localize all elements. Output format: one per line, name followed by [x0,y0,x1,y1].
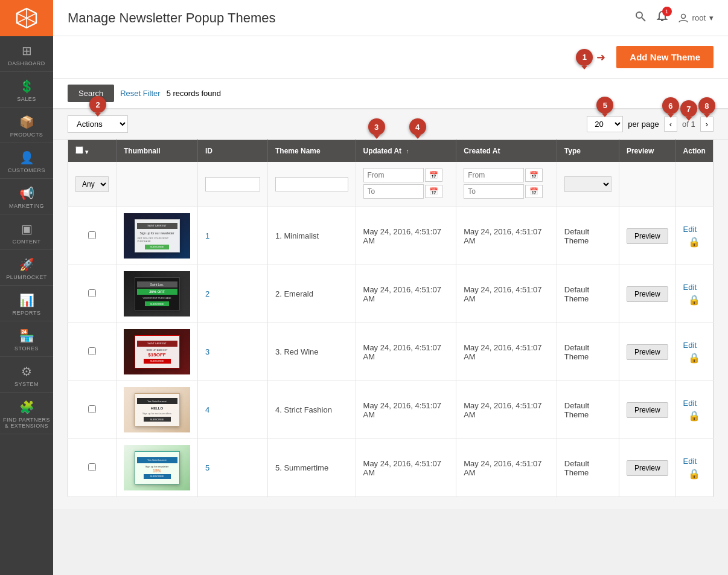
row2-type-cell: Default Theme [557,265,619,323]
filter-created-from-input[interactable] [464,168,524,182]
svg-point-0 [636,12,642,18]
filter-created-to-calendar[interactable]: 📅 [525,185,543,198]
row3-checkbox[interactable] [88,347,96,355]
row3-created-at-cell: May 24, 2016, 4:51:07 AM [456,323,557,381]
row2-preview-button[interactable]: Preview [627,286,668,302]
products-icon: 📦 [19,115,34,129]
row4-thumbnail-cell: Yes Saint Laurent HELLO Sign up for excl… [117,381,198,439]
row1-edit-link[interactable]: Edit [683,225,706,234]
row5-preview-button[interactable]: Preview [627,460,668,476]
row2-checkbox[interactable] [88,289,96,297]
select-all-checkbox[interactable] [75,146,83,154]
filter-id-cell [198,162,268,207]
svg-point-3 [681,14,685,18]
row3-preview-button[interactable]: Preview [627,344,668,360]
sidebar-item-reports[interactable]: 📊 REPORTS [0,286,53,321]
row2-preview-cell: Preview [619,265,675,323]
table-row: Yes Saint Laurent HELLO Sign up for excl… [68,381,714,439]
records-count: 5 records found [167,89,221,98]
plumrocket-icon: 🚀 [19,257,34,272]
sidebar-item-stores[interactable]: 🏪 STORES [0,321,53,357]
prev-page-button[interactable]: ‹ [664,117,677,132]
sidebar-item-system[interactable]: ⚙ SYSTEM [0,357,53,393]
filter-id-input[interactable] [205,177,260,191]
reset-filter-link[interactable]: Reset Filter [120,89,160,98]
row1-theme-name-cell: 1. Minimalist [268,207,356,265]
row4-lock-icon: 🔒 [683,410,706,422]
filter-action-cell [675,162,713,207]
row1-checkbox[interactable] [88,231,96,239]
row3-theme-name: 3. Red Wine [275,347,319,356]
row1-updated-at: May 24, 2016, 4:51:07 AM [363,227,441,245]
row1-id-link[interactable]: 1 [205,231,209,240]
step4-badge: 4 [409,118,426,135]
header-id-label: ID [205,147,212,155]
row1-checkbox-cell [68,207,117,265]
row4-checkbox[interactable] [88,405,96,413]
filter-updated-to-calendar[interactable]: 📅 [425,185,442,198]
notifications-icon[interactable]: 1 [656,10,668,25]
row4-type: Default Theme [564,401,589,419]
row5-updated-at: May 24, 2016, 4:51:07 AM [363,459,441,477]
row2-checkbox-cell [68,265,117,323]
sidebar-item-content[interactable]: ▣ CONTENT [0,214,53,250]
per-page-wrap: 5 20 50 100 per page 6 ‹ 7 of 1 [587,116,714,132]
per-page-select[interactable]: 20 50 100 [587,116,623,132]
row4-edit-link[interactable]: Edit [683,399,706,408]
filter-checkbox-cell: Any [68,162,117,207]
filter-updated-from-input[interactable] [363,168,424,182]
filter-any-select[interactable]: Any [75,176,109,192]
sidebar-item-label: FIND PARTNERS & EXTENSIONS [2,417,51,429]
actions-select[interactable]: Actions Delete [68,115,128,133]
row5-id-cell: 5 [198,439,268,497]
header-thumbnail-label: Thumbnail [124,147,161,155]
row1-type-cell: Default Theme [557,207,619,265]
row2-created-at-cell: May 24, 2016, 4:51:07 AM [456,265,557,323]
notification-badge: 1 [662,7,672,16]
header-theme-name-label: Theme Name [275,147,321,155]
filter-updated-at-cell: 📅 📅 [356,162,456,207]
main-content: Manage Newsletter Popup Themes 1 [53,0,728,575]
row2-id-link[interactable]: 2 [205,289,209,298]
row5-checkbox[interactable] [88,463,96,471]
sidebar-item-find-partners[interactable]: 🧩 FIND PARTNERS & EXTENSIONS [0,393,53,434]
row5-created-at: May 24, 2016, 4:51:07 AM [464,459,541,477]
header-updated-at[interactable]: 3 4 Updated At ↑ [356,140,456,162]
filter-updated-to-input[interactable] [363,184,424,199]
sidebar-item-customers[interactable]: 👤 CUSTOMERS [0,143,53,179]
filter-updated-from-calendar[interactable]: 📅 [425,169,442,182]
row2-edit-link[interactable]: Edit [683,283,706,292]
sidebar-item-products[interactable]: 📦 PRODUCTS [0,108,53,143]
row5-edit-link[interactable]: Edit [683,457,706,466]
filter-type-select[interactable]: Default Theme [564,176,611,192]
next-page-button[interactable]: › [700,117,714,132]
header-right: 1 root ▾ [634,10,714,25]
row4-checkbox-cell [68,381,117,439]
row4-created-at: May 24, 2016, 4:51:07 AM [464,401,541,419]
sidebar-item-dashboard[interactable]: ⊞ DASHBOARD [0,36,53,72]
search-icon[interactable] [634,10,647,25]
step5-badge: 5 [596,97,613,114]
add-new-theme-button[interactable]: Add New Theme [616,46,714,68]
sidebar-item-plumrocket[interactable]: 🚀 PLUMROCKET [0,250,53,286]
header-preview-label: Preview [627,147,654,155]
row4-preview-button[interactable]: Preview [627,402,668,418]
logo[interactable] [0,0,53,36]
row5-id-link[interactable]: 5 [205,463,209,472]
row4-id-link[interactable]: 4 [205,405,209,414]
sidebar-item-marketing[interactable]: 📢 MARKETING [0,179,53,214]
sidebar-item-label: CUSTOMERS [8,167,45,173]
header-type: Type [557,140,619,162]
sidebar-item-sales[interactable]: 💲 SALES [0,72,53,108]
row3-edit-link[interactable]: Edit [683,341,706,350]
filter-created-from-calendar[interactable]: 📅 [525,169,543,182]
filter-theme-name-input[interactable] [275,177,348,191]
filter-created-to-input[interactable] [464,184,524,199]
row1-preview-button[interactable]: Preview [627,228,668,244]
step2-badge: 2 [89,96,106,113]
row3-id-link[interactable]: 3 [205,347,209,356]
row5-checkbox-cell [68,439,117,497]
row3-id-cell: 3 [198,323,268,381]
data-table-wrap: ▾ Thumbnail ID Theme Name [53,140,728,509]
user-menu[interactable]: root ▾ [678,13,714,24]
